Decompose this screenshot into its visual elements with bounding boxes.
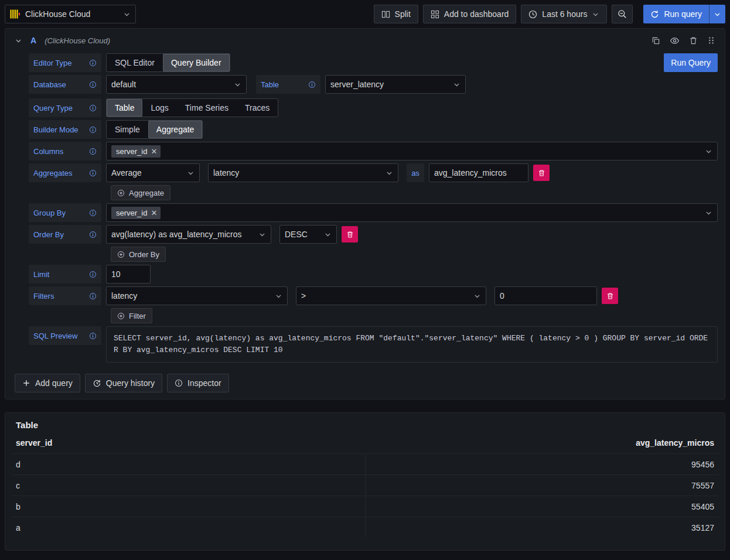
column-header-avg-latency[interactable]: avg_latency_micros — [365, 438, 714, 448]
editor-type-label: Editor Type — [29, 53, 101, 72]
aggregate-alias-input[interactable] — [429, 163, 528, 182]
info-circle-icon[interactable] — [89, 126, 97, 134]
field-row-order-by: Order By avg(latency) as avg_latency_mic… — [29, 225, 718, 244]
zoom-out-button[interactable] — [612, 5, 633, 23]
aggregate-column-select[interactable]: latency — [208, 163, 398, 182]
database-select[interactable]: default — [106, 75, 247, 94]
cell-avg-latency: 35127 — [366, 523, 719, 532]
field-row-aggregates: Aggregates Average latency as — [29, 163, 718, 182]
zoom-out-icon — [618, 9, 627, 19]
add-order-by-row: Order By — [29, 247, 718, 262]
sql-preview-text: SELECT server_id, avg(latency) as avg_la… — [106, 326, 718, 363]
remove-filter-button[interactable] — [602, 288, 618, 304]
eye-icon[interactable] — [670, 36, 680, 46]
datasource-picker[interactable]: ClickHouse Cloud — [5, 5, 136, 23]
info-circle-icon[interactable] — [89, 104, 97, 112]
chevron-down-icon — [275, 292, 282, 300]
editor-type-option-query-builder[interactable]: Query Builder — [163, 54, 230, 71]
panel-title: Table — [11, 419, 719, 430]
group-by-chip: server_id ✕ — [111, 207, 161, 219]
info-circle-icon[interactable] — [89, 332, 97, 340]
info-circle-icon[interactable] — [89, 292, 97, 300]
table-row: a 35127 — [11, 517, 719, 538]
table-visualization-panel: Table server_id avg_latency_micros d 954… — [5, 412, 725, 551]
chevron-down-icon — [453, 81, 460, 88]
order-by-field-select[interactable]: avg(latency) as avg_latency_micros — [106, 225, 271, 244]
plus-circle-icon — [117, 251, 125, 258]
chevron-down-icon — [705, 148, 712, 155]
run-query-split-button: Run query — [643, 5, 725, 23]
table-select[interactable]: server_latency — [325, 75, 466, 94]
info-circle-icon[interactable] — [89, 231, 97, 238]
order-direction-select[interactable]: DESC — [279, 225, 337, 244]
run-query-button[interactable]: Run query — [643, 5, 709, 23]
info-circle-icon[interactable] — [89, 271, 97, 278]
cell-server-id: d — [11, 454, 366, 474]
sync-icon — [650, 10, 659, 19]
add-order-by-button[interactable]: Order By — [111, 247, 166, 262]
chevron-down-icon — [473, 292, 481, 300]
field-row-columns: Columns server_id ✕ — [29, 142, 718, 161]
inspector-button[interactable]: Inspector — [167, 374, 229, 392]
info-circle-icon[interactable] — [89, 148, 97, 155]
add-filter-button[interactable]: Filter — [111, 308, 152, 323]
results-table: server_id avg_latency_micros d 95456 c 7… — [11, 438, 719, 545]
panel-run-query-button[interactable]: Run Query — [664, 53, 718, 72]
table-row: d 95456 — [11, 453, 719, 474]
columns-multiselect[interactable]: server_id ✕ — [106, 142, 718, 161]
group-by-multiselect[interactable]: server_id ✕ — [106, 203, 718, 222]
info-circle-icon[interactable] — [89, 81, 97, 88]
trash-icon — [538, 169, 545, 177]
run-query-label: Run query — [664, 9, 702, 19]
query-type-option-time-series[interactable]: Time Series — [177, 99, 237, 117]
sql-preview-label: SQL Preview — [29, 326, 101, 345]
aggregate-function-select[interactable]: Average — [106, 163, 200, 182]
remove-chip-icon[interactable]: ✕ — [151, 148, 157, 155]
table-label: Table — [256, 75, 320, 94]
add-to-dashboard-button[interactable]: Add to dashboard — [423, 5, 517, 23]
delete-query-icon[interactable] — [689, 36, 698, 45]
cell-server-id: a — [11, 517, 366, 538]
column-header-server-id[interactable]: server_id — [16, 438, 365, 448]
plus-icon — [22, 379, 30, 387]
chevron-down-icon — [123, 11, 131, 18]
field-row-sql-preview: SQL Preview SELECT server_id, avg(latenc… — [29, 326, 718, 363]
info-circle-icon[interactable] — [89, 169, 97, 177]
query-type-option-logs[interactable]: Logs — [142, 99, 176, 117]
builder-mode-switch: Simple Aggregate — [106, 120, 203, 139]
info-circle-icon — [175, 379, 183, 387]
query-type-option-table[interactable]: Table — [107, 99, 142, 117]
info-circle-icon[interactable] — [308, 81, 316, 88]
table-row: c 75557 — [11, 474, 719, 496]
trash-icon — [606, 292, 614, 300]
editor-type-option-sql-editor[interactable]: SQL Editor — [107, 54, 163, 71]
run-query-dropdown[interactable] — [709, 5, 725, 23]
time-range-picker[interactable]: Last 6 hours — [521, 5, 607, 23]
info-circle-icon[interactable] — [89, 209, 97, 217]
query-type-switch: Table Logs Time Series Traces — [106, 98, 278, 117]
collapse-chevron-icon[interactable] — [15, 37, 22, 45]
plus-circle-icon — [117, 189, 125, 197]
builder-mode-option-simple[interactable]: Simple — [107, 121, 148, 138]
plus-circle-icon — [117, 312, 125, 320]
info-circle-icon[interactable] — [89, 59, 97, 67]
order-by-label: Order By — [29, 225, 101, 244]
split-button[interactable]: Split — [374, 5, 418, 23]
add-aggregate-button[interactable]: Aggregate — [111, 185, 170, 200]
query-editor-panel: A (ClickHouse Cloud) Editor Type — [5, 28, 725, 399]
query-history-button[interactable]: Query history — [85, 374, 162, 392]
remove-order-by-button[interactable] — [342, 226, 358, 243]
remove-chip-icon[interactable]: ✕ — [151, 209, 157, 217]
remove-aggregate-button[interactable] — [533, 165, 550, 181]
trash-icon — [346, 231, 354, 238]
limit-input[interactable] — [106, 265, 151, 284]
columns-label: Columns — [29, 142, 101, 161]
builder-mode-option-aggregate[interactable]: Aggregate — [148, 121, 203, 138]
filter-value-input[interactable] — [494, 286, 597, 305]
drag-handle-grip-icon[interactable] — [707, 36, 715, 45]
add-query-button[interactable]: Add query — [15, 374, 80, 392]
filter-column-select[interactable]: latency — [106, 286, 288, 305]
duplicate-query-icon[interactable] — [651, 36, 660, 45]
filter-operator-select[interactable]: > — [296, 286, 486, 305]
query-type-option-traces[interactable]: Traces — [237, 99, 278, 117]
